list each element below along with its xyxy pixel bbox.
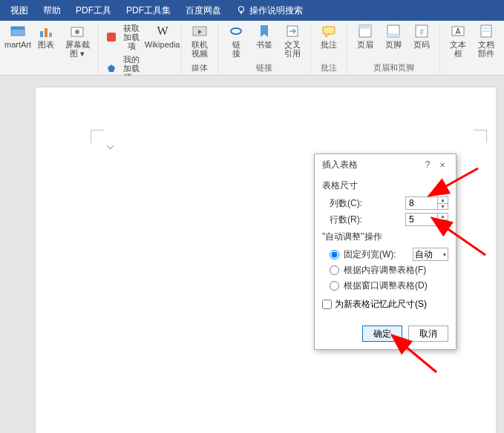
bookmark-button[interactable]: 书签 <box>251 22 278 50</box>
wikipedia-button[interactable]: W Wikipedia <box>148 22 177 50</box>
svg-rect-9 <box>107 33 116 42</box>
insert-table-dialog: 插入表格 ? × 表格尺寸 列数(C): 8 ▲ ▼ 行数(R): 5 ▲ ▼ <box>314 153 456 350</box>
ok-button[interactable]: 确定 <box>362 325 402 342</box>
margin-guide <box>474 130 487 143</box>
remember-size-label: 为新表格记忆此尺寸(S) <box>335 298 427 311</box>
menu-help[interactable]: 帮助 <box>36 0 68 21</box>
svg-text:A: A <box>456 27 461 36</box>
fixed-width-radio[interactable] <box>330 250 339 260</box>
svg-text:#: # <box>419 28 424 36</box>
dialog-help-button[interactable]: ? <box>420 159 435 170</box>
svg-rect-6 <box>49 33 52 37</box>
svg-point-0 <box>239 7 244 12</box>
cross-reference-button[interactable]: 交叉引用 <box>279 22 306 59</box>
comment-button[interactable]: 批注 <box>315 22 342 50</box>
menu-pdf-toolset[interactable]: PDF工具集 <box>119 0 178 21</box>
header-button[interactable]: 页眉 <box>352 22 379 50</box>
menu-bar: 视图 帮助 PDF工具 PDF工具集 百度网盘 操作说明搜索 <box>0 0 504 21</box>
menu-pdf-tools[interactable]: PDF工具 <box>68 0 119 21</box>
get-addins-button[interactable]: 获取加载项 <box>103 22 146 52</box>
online-video-button[interactable]: 联机视频 <box>186 22 213 59</box>
svg-rect-5 <box>45 28 48 37</box>
margin-guide <box>91 130 104 143</box>
cancel-button[interactable]: 取消 <box>408 325 448 342</box>
rows-spin-down[interactable]: ▼ <box>438 219 448 226</box>
text-cursor <box>110 145 114 154</box>
screenshot-button[interactable]: 屏幕截图 ▾ <box>61 22 94 59</box>
columns-label: 列数(C): <box>330 197 405 210</box>
rows-label: 行数(R): <box>330 214 405 226</box>
svg-rect-17 <box>359 25 371 29</box>
ribbon-group-media: 联机视频 媒体 <box>182 21 218 75</box>
autofit-contents-label: 根据内容调整表格(F) <box>344 264 426 277</box>
chart-button[interactable]: 图表 <box>33 22 59 50</box>
text-box-button[interactable]: A 文本框 <box>445 22 471 59</box>
dialog-close-button[interactable]: × <box>435 159 450 171</box>
columns-field: 列数(C): 8 ▲ ▼ <box>330 196 448 210</box>
svg-rect-19 <box>387 33 399 37</box>
autofit-label: "自动调整"操作 <box>322 231 448 243</box>
svg-rect-3 <box>11 27 24 30</box>
svg-text:W: W <box>157 24 168 37</box>
svg-point-8 <box>75 30 79 34</box>
rows-spin-up[interactable]: ▲ <box>438 213 448 219</box>
dialog-title: 插入表格 <box>322 159 420 171</box>
ribbon: martArt 图表 屏幕截图 ▾ 获取加载项 我的加载项 ▾ <box>0 21 504 76</box>
ribbon-group-header-footer: 页眉 页脚 # 页码 页眉和页脚 <box>347 21 440 75</box>
menu-baidu-disk[interactable]: 百度网盘 <box>178 0 229 21</box>
dialog-titlebar[interactable]: 插入表格 ? × <box>315 154 456 175</box>
ribbon-group-text: A 文本框 文档部件 <box>440 21 504 75</box>
ribbon-group-addins: 获取加载项 我的加载项 ▾ W Wikipedia 加载项 <box>99 21 182 75</box>
doc-parts-button[interactable]: 文档部件 <box>473 22 500 59</box>
footer-button[interactable]: 页脚 <box>380 22 407 50</box>
smartart-button[interactable]: martArt <box>4 22 31 50</box>
svg-rect-26 <box>482 30 490 32</box>
svg-rect-15 <box>323 27 335 34</box>
fixed-width-label: 固定列宽(W): <box>344 248 408 261</box>
ribbon-group-links: 链 接 书签 交叉引用 链接 <box>218 21 311 75</box>
autofit-window-radio[interactable] <box>330 281 339 291</box>
columns-spin-down[interactable]: ▼ <box>438 203 448 210</box>
svg-rect-25 <box>482 27 490 29</box>
rows-input[interactable]: 5 <box>405 213 438 226</box>
autofit-window-label: 根据窗口调整表格(D) <box>344 280 428 292</box>
ribbon-group-illustrations: martArt 图表 屏幕截图 ▾ <box>0 21 99 75</box>
lightbulb-icon <box>236 5 246 16</box>
columns-input[interactable]: 8 <box>405 196 438 210</box>
svg-rect-1 <box>240 12 243 14</box>
ribbon-group-comments: 批注 批注 <box>311 21 347 75</box>
fixed-width-combo[interactable]: 自动▾ <box>413 248 448 261</box>
menu-view[interactable]: 视图 <box>3 0 36 21</box>
columns-spin-up[interactable]: ▲ <box>438 196 448 203</box>
rows-field: 行数(R): 5 ▲ ▼ <box>330 213 448 226</box>
page-number-button[interactable]: # 页码 <box>408 22 435 50</box>
remember-size-checkbox[interactable] <box>322 300 332 309</box>
svg-rect-4 <box>40 31 43 37</box>
menu-tell-me[interactable]: 操作说明搜索 <box>229 0 310 21</box>
link-button[interactable]: 链 接 <box>223 22 249 59</box>
table-size-label: 表格尺寸 <box>322 179 448 192</box>
autofit-contents-radio[interactable] <box>330 265 339 275</box>
svg-point-13 <box>231 28 241 34</box>
